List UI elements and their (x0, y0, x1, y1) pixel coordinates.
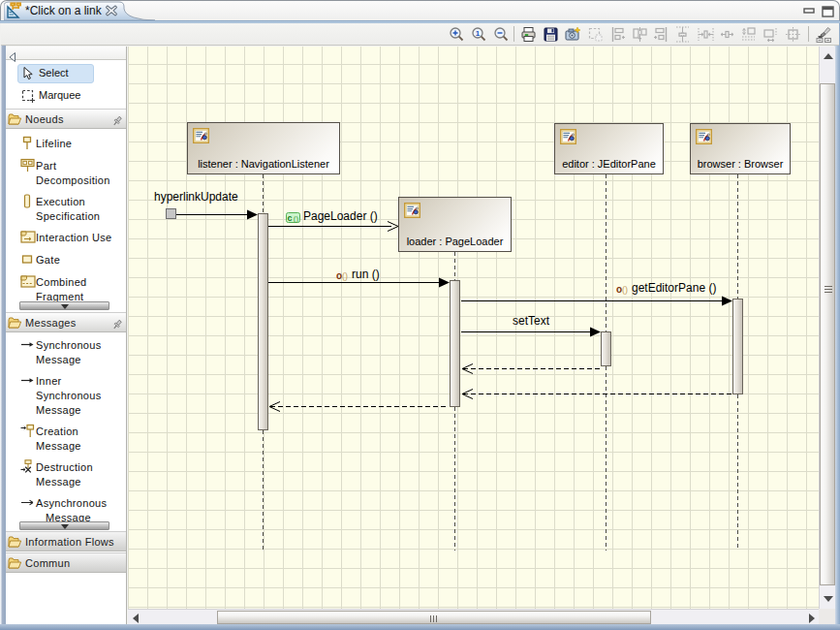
scroll-up-arrow[interactable] (824, 53, 833, 59)
destruction-message-icon (20, 459, 34, 474)
activation-browser[interactable] (732, 299, 743, 394)
palette-tool-marquee[interactable]: Marquee (6, 86, 126, 106)
folder-icon (8, 556, 22, 569)
instance-role-icon (696, 129, 712, 144)
diagram-canvas[interactable]: listener : NavigationListener loader : P… (128, 47, 819, 609)
align-middle-button[interactable] (698, 26, 714, 43)
found-message-endpoint[interactable] (166, 208, 176, 219)
svg-text:(): () (294, 214, 299, 223)
palette-tool-select[interactable]: Select (6, 64, 126, 83)
horizontal-scrollbar[interactable] (128, 609, 819, 624)
execution-specification-icon (20, 194, 34, 208)
snap-to-grid-button[interactable] (785, 26, 801, 43)
palette-item-label: Inner Synchronous Message (36, 374, 102, 418)
palette-scroll-down-indicator[interactable] (19, 301, 109, 310)
create-message-icon: c() (286, 209, 300, 220)
drawer-label: Noeuds (25, 113, 64, 125)
scroll-down-arrow[interactable] (824, 596, 833, 602)
print-button[interactable] (520, 26, 537, 43)
palette-tool-label: Select (39, 67, 69, 79)
horizontal-scrollbar-thumb[interactable] (217, 611, 651, 624)
palette-item-label: Execution Specification (36, 195, 100, 224)
align-center-button[interactable] (632, 26, 648, 43)
palette-item-label: Part Decomposition (36, 159, 110, 188)
lifeline-head-browser[interactable]: browser : Browser (690, 123, 791, 174)
save-button[interactable] (543, 26, 559, 43)
match-height-button[interactable] (762, 26, 779, 43)
zoom-original-button[interactable]: 1 (471, 26, 487, 43)
palette-drawer-messages[interactable]: Messages (6, 312, 126, 332)
drawer-label: Commun (25, 557, 70, 569)
palette-item-label: Interaction Use (36, 231, 111, 245)
palette-item-label: Gate (36, 253, 60, 268)
operation-message-icon: o() (336, 268, 351, 278)
message-label-run[interactable]: run () (352, 268, 380, 281)
diagram-toolbar: 1 (1, 23, 839, 46)
palette-drawer-noeuds[interactable]: Noeuds (6, 109, 126, 129)
message-label-settext[interactable]: setText (513, 314, 549, 328)
palette-header (6, 47, 126, 60)
pin-icon[interactable] (111, 317, 123, 329)
align-top-button[interactable] (674, 26, 691, 43)
appearance-button[interactable] (815, 26, 831, 43)
editor-window: *Click on a link 1 (0, 0, 840, 630)
instance-role-icon (404, 203, 420, 218)
vertical-scrollbar[interactable] (819, 47, 835, 609)
zoom-out-button[interactable] (493, 26, 510, 43)
lifeline-head-listener[interactable]: listener : NavigationListener (187, 122, 340, 174)
minimize-icon[interactable] (804, 9, 814, 13)
snapshot-button[interactable] (565, 26, 581, 43)
svg-text:1: 1 (476, 29, 481, 38)
activation-loader[interactable] (450, 280, 460, 407)
scroll-right-arrow[interactable] (809, 614, 815, 623)
creation-message-icon (20, 424, 34, 438)
close-icon[interactable] (105, 4, 118, 17)
zoom-in-button[interactable] (449, 26, 465, 43)
window-border-bottom (0, 624, 840, 630)
palette-scroll-down-indicator[interactable] (19, 521, 109, 530)
activation-listener[interactable] (258, 213, 268, 430)
scroll-left-arrow[interactable] (133, 614, 139, 623)
message-label-geteditorpane[interactable]: getEditorPane () (632, 281, 716, 295)
lifeline-head-editor[interactable]: editor : JEditorPane (554, 123, 664, 174)
sequence-diagram-icon (6, 2, 23, 19)
instance-role-icon (193, 128, 209, 143)
align-right-button[interactable] (653, 26, 669, 43)
drawer-label: Information Flows (25, 536, 114, 548)
editor-tab[interactable]: *Click on a link (4, 1, 162, 20)
align-left-button[interactable] (609, 26, 626, 43)
pin-icon[interactable] (111, 113, 123, 125)
palette-item-label: Lifeline (36, 137, 72, 151)
svg-text:(): () (622, 285, 628, 295)
folder-open-icon (8, 316, 22, 329)
interaction-use-icon (20, 230, 34, 244)
activation-editor[interactable] (601, 331, 611, 366)
vertical-scrollbar-thumb[interactable] (820, 83, 835, 585)
palette-drawer-commun[interactable]: Commun (6, 552, 126, 573)
asynchronous-message-icon (20, 495, 34, 510)
palette-item-label: Synchronous Message (36, 338, 102, 367)
gate-icon (20, 252, 34, 267)
match-width-button[interactable] (740, 26, 757, 43)
lifeline-head-loader[interactable]: loader : PageLoader (398, 197, 512, 252)
synchronous-message-icon (20, 337, 34, 352)
lifeline-name: loader : PageLoader (399, 236, 511, 247)
message-label-pageloader[interactable]: PageLoader () (303, 209, 378, 223)
message-label-hyperlinkupdate[interactable]: hyperlinkUpdate (154, 190, 238, 204)
select-cursor-icon (21, 67, 35, 80)
palette: Select Marquee Noeuds Lifeline (6, 47, 127, 624)
tab-bar: *Click on a link (1, 1, 839, 20)
palette-tool-label: Marquee (39, 89, 80, 101)
svg-text:(): () (342, 271, 348, 281)
operation-message-icon: o() (616, 281, 631, 292)
palette-item-label: Destruction Message (36, 460, 93, 489)
palette-collapse-icon[interactable] (8, 48, 17, 58)
toolbar-separator (808, 26, 809, 42)
palette-drawer-information-flows[interactable]: Information Flows (6, 531, 126, 551)
maximize-icon[interactable] (823, 7, 833, 16)
scrollbar-corner (819, 609, 835, 624)
marquee-zoom-button[interactable] (587, 26, 604, 43)
instance-role-icon (560, 129, 576, 144)
align-bottom-button[interactable] (719, 26, 735, 43)
lifeline-name: listener : NavigationListener (188, 158, 339, 170)
